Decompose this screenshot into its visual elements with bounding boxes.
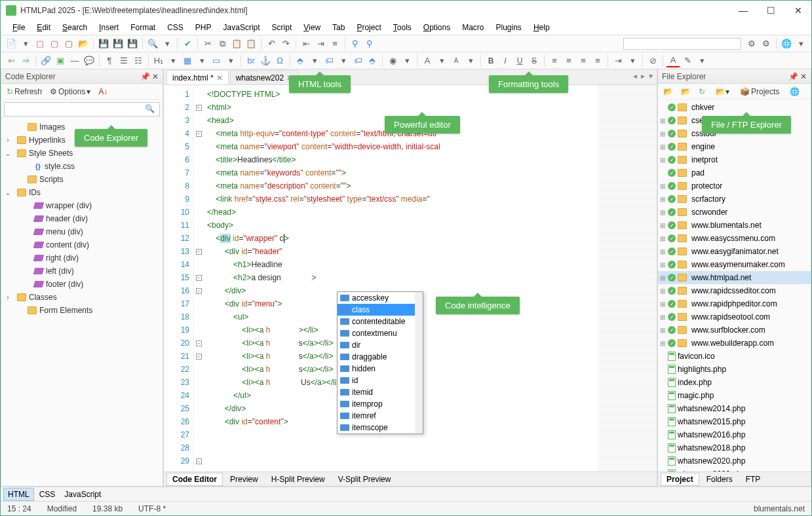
lang-tab[interactable]: HTML bbox=[3, 488, 34, 501]
file-view-tab[interactable]: Project bbox=[661, 473, 699, 486]
menu-project[interactable]: Project bbox=[351, 22, 386, 33]
tree-item[interactable]: footer (div) bbox=[1, 278, 163, 291]
ol-icon[interactable]: ☷ bbox=[132, 54, 145, 67]
align-justify-icon[interactable]: ≡ bbox=[591, 54, 604, 67]
autocomplete-item[interactable]: itemref bbox=[338, 410, 423, 422]
align-center-icon[interactable]: ≡ bbox=[562, 54, 575, 67]
autocomplete-item[interactable]: itemprop bbox=[338, 398, 423, 410]
indent2-icon[interactable]: ⇥ bbox=[611, 54, 625, 67]
spellcheck-icon[interactable]: ✔ bbox=[181, 37, 194, 50]
strike-icon[interactable]: S bbox=[528, 54, 541, 67]
pin-icon[interactable]: 📌 bbox=[788, 72, 798, 81]
tab-close-icon[interactable]: ✕ bbox=[216, 73, 223, 83]
tree-item[interactable]: header (div) bbox=[1, 212, 163, 225]
file-view-tab[interactable]: Folders bbox=[701, 473, 739, 486]
outdent-icon[interactable]: ⇥ bbox=[314, 37, 327, 50]
file-item[interactable]: whatsnew2020.php bbox=[658, 454, 811, 468]
nav-fwd-icon[interactable]: ⇒ bbox=[19, 54, 32, 67]
file-item[interactable]: magic.php bbox=[658, 389, 811, 402]
file-item[interactable]: ⊞✓www.easymenumaker.com bbox=[658, 258, 811, 271]
code-explorer-search-input[interactable] bbox=[4, 102, 160, 117]
autocomplete-item[interactable]: dir bbox=[338, 339, 423, 351]
image-icon[interactable]: ▣ bbox=[54, 54, 67, 67]
maximize-button[interactable]: ☐ bbox=[763, 5, 779, 16]
menu-format[interactable]: Format bbox=[125, 22, 161, 33]
file-item[interactable]: ⊞✓protector bbox=[658, 179, 811, 193]
autocomplete-item[interactable]: itemid bbox=[338, 386, 423, 398]
editor-view-tab[interactable]: Code Editor bbox=[166, 473, 223, 486]
file-item[interactable]: ⊞✓scrfactory bbox=[658, 193, 811, 206]
menu-plugins[interactable]: Plugins bbox=[491, 22, 527, 33]
redo-icon[interactable]: ↷ bbox=[279, 37, 292, 50]
autocomplete-item[interactable]: contenteditable bbox=[338, 316, 423, 327]
tree-item[interactable]: wrapper (div) bbox=[1, 199, 163, 212]
quick-search-input[interactable] bbox=[623, 38, 741, 50]
font-small-icon[interactable]: A bbox=[450, 54, 463, 67]
tree-item[interactable]: Scripts bbox=[1, 173, 163, 186]
nav-back-icon[interactable]: ⇐ bbox=[5, 54, 18, 67]
file-item[interactable]: ⊞✓www.rapidphpeditor.com bbox=[658, 297, 811, 310]
ul-icon[interactable]: ☰ bbox=[117, 54, 130, 67]
tree-item[interactable]: ⌄IDs bbox=[1, 186, 163, 199]
autocomplete-popup[interactable]: accesskeyclasscontenteditablecontextmenu… bbox=[337, 291, 423, 434]
autocomplete-item[interactable]: hidden bbox=[338, 363, 423, 375]
pin-icon[interactable]: 📌 bbox=[140, 72, 150, 81]
menu-search[interactable]: Search bbox=[57, 22, 92, 33]
file-item[interactable]: ⊞✓www.easycssmenu.com bbox=[658, 232, 811, 245]
autocomplete-item[interactable]: id bbox=[338, 375, 423, 386]
html-file-icon[interactable]: ▢ bbox=[33, 37, 47, 50]
editor-tab[interactable]: index.html *✕ bbox=[166, 70, 229, 84]
copy-icon[interactable]: ⧉ bbox=[216, 37, 229, 50]
menu-insert[interactable]: Insert bbox=[94, 22, 124, 33]
open-icon[interactable]: 📂 bbox=[77, 37, 90, 50]
file-item[interactable]: highlights.php bbox=[658, 363, 811, 376]
clear-fmt-icon[interactable]: ⊘ bbox=[646, 54, 659, 67]
menu-file[interactable]: File bbox=[7, 22, 30, 33]
file-item[interactable]: ⊞✓www.rapidcsseditor.com bbox=[658, 284, 811, 297]
file-item[interactable]: ✓chkver bbox=[658, 101, 811, 114]
align-right-icon[interactable]: ≡ bbox=[577, 54, 590, 67]
tag-icon[interactable]: ⬘ bbox=[294, 54, 307, 67]
clipboard-icon[interactable]: 📋 bbox=[244, 37, 258, 50]
file-view-tab[interactable]: FTP bbox=[740, 473, 767, 486]
refresh-button[interactable]: ↻ Refresh bbox=[4, 86, 45, 97]
lang-tab[interactable]: CSS bbox=[35, 488, 60, 500]
underline-icon[interactable]: U bbox=[513, 54, 526, 67]
autocomplete-item[interactable]: contextmenu bbox=[338, 327, 423, 339]
sort-button[interactable]: A↓ bbox=[96, 86, 110, 97]
file-item[interactable]: ⊞✓www.surfblocker.com bbox=[658, 323, 811, 337]
tool2-icon[interactable]: ⚙ bbox=[760, 37, 773, 50]
paste-icon[interactable]: 📋 bbox=[230, 37, 243, 50]
file-item[interactable]: whatsnew2014.php bbox=[658, 402, 811, 415]
file-item[interactable]: ⊞✓www.rapidseotool.com bbox=[658, 310, 811, 323]
lang-tab[interactable]: JavaScript bbox=[60, 488, 105, 500]
autocomplete-item[interactable]: draggable bbox=[338, 351, 423, 363]
file-item[interactable]: ⊞✓scrwonder bbox=[658, 206, 811, 219]
new-file-icon[interactable]: 📄 bbox=[5, 37, 18, 50]
align-left-icon[interactable]: ≡ bbox=[548, 54, 561, 67]
minimize-button[interactable]: — bbox=[735, 5, 751, 16]
form-icon[interactable]: ▭ bbox=[210, 54, 223, 67]
color-picker-icon[interactable]: ◉ bbox=[386, 54, 399, 67]
tree-item[interactable]: content (div) bbox=[1, 238, 163, 251]
file-item[interactable]: ⊞✓engine bbox=[658, 140, 811, 153]
file-item[interactable]: favicon.ico bbox=[658, 350, 811, 363]
up-folder-icon[interactable]: 📂 bbox=[661, 86, 676, 97]
para-icon[interactable]: ¶ bbox=[103, 54, 116, 67]
tree-item[interactable]: left (div) bbox=[1, 265, 163, 278]
file-item[interactable]: index.php bbox=[658, 376, 811, 389]
file-item[interactable]: ⊞✓www.htmlpad.net bbox=[658, 271, 811, 284]
menu-script[interactable]: Script bbox=[267, 22, 298, 33]
class-tag-icon[interactable]: 🏷 bbox=[322, 54, 336, 67]
save-ftp-icon[interactable]: 💾 bbox=[126, 37, 139, 50]
format-icon[interactable]: ≡ bbox=[328, 37, 341, 50]
file-item[interactable]: ⊞✓www.blumentals.net bbox=[658, 219, 811, 232]
tab-prev-icon[interactable]: ◂ bbox=[633, 71, 637, 81]
new-icon[interactable]: ▾ bbox=[19, 37, 32, 50]
file-item[interactable]: whatsnew2018.php bbox=[658, 441, 811, 454]
editor-view-tab[interactable]: V-Split Preview bbox=[332, 473, 397, 486]
new-folder-icon[interactable]: 📂 bbox=[678, 86, 693, 97]
close-button[interactable]: ✕ bbox=[790, 5, 806, 16]
script-icon[interactable]: ⬘ bbox=[366, 54, 379, 67]
refresh-icon[interactable]: ↻ bbox=[696, 86, 708, 97]
